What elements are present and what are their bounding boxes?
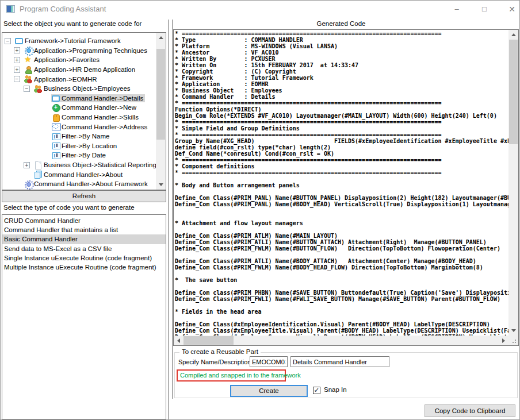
tree-item[interactable]: −Framework->Tutorial Framework: [2, 36, 156, 46]
tree-item-body[interactable]: Command Handler->About: [33, 170, 124, 179]
snap-in-label: Snap In: [324, 386, 347, 393]
gear-icon: [24, 47, 32, 54]
collapse-icon[interactable]: −: [24, 86, 30, 92]
tree-item[interactable]: +Business Object->Statistical Reporting: [2, 160, 156, 170]
tree-item-label: Filter->By Date: [62, 152, 106, 159]
refresh-button[interactable]: Refresh: [2, 190, 166, 202]
tree-item-body[interactable]: Filter->By Name: [51, 132, 111, 141]
tree-item[interactable]: Command Handler->New: [2, 103, 156, 113]
tree-item[interactable]: Command Handler->About: [2, 169, 156, 179]
tree-item-body[interactable]: Command Handler->New: [51, 103, 138, 112]
tree-item[interactable]: −Business Object->Employees: [2, 84, 156, 94]
expand-icon[interactable]: +: [14, 57, 20, 63]
title-bar: Program Coding Assistant – □ ✕: [1, 1, 519, 18]
code-type-item[interactable]: Basic Command Handler: [2, 234, 166, 244]
tree-item[interactable]: +Application->Programming Techniques: [2, 46, 156, 56]
code-vertical-scrollbar[interactable]: [508, 30, 518, 336]
tree-item[interactable]: Command Handler->Address: [2, 122, 156, 132]
scroll-up-icon[interactable]: [508, 30, 518, 40]
tree-item-body[interactable]: Business Object->Statistical Reporting: [33, 161, 158, 169]
tree-item-label: Application->Favorites: [34, 56, 100, 63]
tree-item-label: Business Object->Statistical Reporting: [44, 161, 156, 168]
object-tree[interactable]: −Framework->Tutorial Framework+Applicati…: [2, 32, 166, 190]
tree-item[interactable]: Command Handler->About Framework: [2, 179, 156, 189]
tree-item[interactable]: Filter->By Name: [2, 132, 156, 141]
code-type-item[interactable]: Command Handler that maintains a list: [2, 225, 166, 234]
expand-icon[interactable]: +: [24, 162, 30, 168]
code-type-item[interactable]: Send data to MS-Excel as a CSV file: [2, 244, 166, 253]
tree-scrollbar[interactable]: [156, 33, 166, 190]
tree-item[interactable]: Filter->By Date: [2, 151, 156, 160]
snap-in-checkbox[interactable]: [313, 387, 320, 394]
tree-item-body[interactable]: Command Handler->About Framework: [24, 180, 150, 188]
scroll-up-icon[interactable]: [156, 33, 166, 43]
minimize-button[interactable]: –: [450, 3, 463, 16]
tree-item-body[interactable]: Application->Favorites: [24, 56, 101, 64]
code-type-label: Select the type of code you want to gene…: [3, 204, 135, 211]
tree-item-body[interactable]: Command Handler->Details: [51, 94, 145, 102]
panel-icon: [52, 95, 60, 102]
tree-item-label: Business Object->Employees: [44, 85, 131, 92]
tree-item[interactable]: Filter->By Location: [2, 141, 156, 151]
scroll-right-icon[interactable]: [499, 336, 508, 345]
collapse-icon[interactable]: −: [5, 38, 11, 44]
code-hscroll-thumb[interactable]: [183, 336, 234, 345]
triangle-down-icon: [159, 183, 163, 186]
filter-icon: [52, 133, 60, 140]
tree-item-body[interactable]: Filter->By Date: [51, 151, 108, 160]
tree-item-body[interactable]: Business Object->Employees: [33, 84, 132, 93]
code-type-item[interactable]: Single Instance uExecute Routine (code f…: [2, 253, 166, 263]
framework-icon: [15, 38, 23, 44]
triangle-left-icon: [177, 338, 180, 343]
tree-item-body[interactable]: Framework->Tutorial Framework: [14, 37, 123, 45]
tree-item[interactable]: −Application->EOMHR: [2, 74, 156, 84]
name-input[interactable]: [250, 356, 288, 367]
collapse-icon[interactable]: −: [14, 76, 20, 82]
tree-item[interactable]: Command Handler->Skills: [2, 113, 156, 122]
scroll-down-icon[interactable]: [156, 180, 166, 190]
code-type-item[interactable]: CRUD Command Handler: [2, 216, 166, 225]
tree-item-label: Command Handler->About Framework: [34, 180, 148, 187]
tree-item-body[interactable]: Filter->By Location: [51, 141, 118, 150]
tree-item-body[interactable]: Command Handler->Address: [51, 122, 149, 131]
reusable-part-group-label: To create a Reusable Part: [179, 348, 261, 355]
expand-icon[interactable]: +: [14, 67, 20, 73]
person-icon: [24, 66, 32, 74]
code-type-list[interactable]: CRUD Command HandlerCommand Handler that…: [2, 214, 166, 419]
generated-code-text[interactable]: * ======================================…: [175, 30, 508, 336]
copy-code-button[interactable]: Copy Code to Clipboard: [425, 404, 515, 417]
people-icon: [24, 75, 32, 83]
triangle-up-icon: [159, 36, 163, 39]
close-button[interactable]: ✕: [506, 3, 518, 16]
maximize-button[interactable]: □: [478, 3, 491, 16]
tree-item-body[interactable]: Application->HR Demo Application: [24, 65, 137, 74]
tree-rows: −Framework->Tutorial Framework+Applicati…: [2, 36, 156, 189]
hand-icon: [52, 114, 60, 121]
tree-item-body[interactable]: Command Handler->Skills: [51, 113, 140, 122]
tree-item-label: Application->EOMHR: [34, 76, 97, 83]
app-icon: [6, 5, 15, 13]
tree-item[interactable]: Command Handler->Details: [2, 94, 156, 103]
code-vscroll-thumb[interactable]: [509, 40, 518, 144]
scroll-left-icon[interactable]: [174, 336, 183, 345]
tree-item-body[interactable]: Application->Programming Techniques: [24, 46, 149, 55]
tree-item[interactable]: +Application->HR Demo Application: [2, 65, 156, 75]
code-type-item[interactable]: Multiple Instance uExecute Routine (code…: [2, 263, 166, 272]
filter-icon: [52, 152, 60, 159]
expand-icon[interactable]: +: [14, 47, 20, 53]
new-icon: [52, 104, 60, 111]
filter-icon: [52, 142, 60, 149]
tree-scrollbar-thumb[interactable]: [156, 49, 165, 140]
tree-item-body[interactable]: Application->EOMHR: [24, 75, 99, 83]
star-icon: [24, 56, 32, 64]
tree-item[interactable]: +Application->Favorites: [2, 55, 156, 65]
program-coding-assistant-window: Program Coding Assistant – □ ✕ Select th…: [0, 0, 520, 420]
scroll-down-icon[interactable]: [508, 326, 518, 336]
code-horizontal-scrollbar[interactable]: [174, 336, 508, 345]
tree-item-label: Command Handler->Skills: [62, 114, 139, 121]
tree-item-label: Filter->By Name: [62, 133, 109, 140]
create-button[interactable]: Create: [230, 385, 308, 397]
window-title: Program Coding Assistant: [20, 5, 106, 13]
tree-item-label: Filter->By Location: [62, 142, 117, 149]
description-input[interactable]: [290, 356, 389, 367]
